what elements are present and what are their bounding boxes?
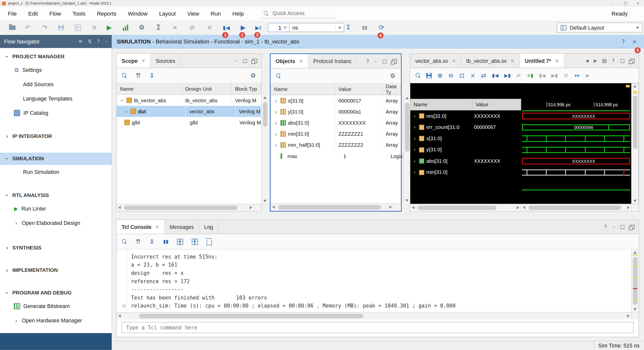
float-panel-icon[interactable] [630, 59, 634, 63]
minimize-panel-icon[interactable]: – [374, 59, 377, 64]
search-icon[interactable] [276, 73, 281, 78]
search-icon[interactable] [122, 239, 127, 244]
chevron-right-icon[interactable]: › [412, 170, 417, 175]
more-tools-icon[interactable]: » [585, 72, 589, 78]
scope-vertical-scrollbar[interactable] [261, 95, 269, 204]
report-sigma-icon[interactable]: Σ [153, 22, 164, 33]
chevron-right-icon[interactable]: › [5, 133, 10, 139]
close-icon[interactable]: × [452, 58, 456, 63]
go-to-time-icon[interactable]: ⇄ [481, 72, 486, 78]
help-icon[interactable]: ? [604, 224, 607, 229]
sidebar-item-add-sources[interactable]: Add Sources [0, 77, 112, 91]
tab-protocol-instances[interactable]: Protocol Instanc [308, 54, 357, 68]
clear-console-icon[interactable] [207, 239, 212, 245]
close-icon[interactable]: × [632, 39, 637, 44]
clear-field-icon[interactable]: ⊗ [284, 25, 287, 29]
section-project-manager[interactable]: › PROJECT MANAGER [0, 51, 112, 63]
tab-scroll-right-icon[interactable]: ▶ [594, 59, 597, 63]
run-flow-icon[interactable]: ▶ [104, 22, 114, 33]
add-marker-icon[interactable]: +▮ [526, 73, 533, 78]
window-maximize-button[interactable]: □ [619, 2, 632, 5]
sim-step-icon[interactable]: ↧ [343, 22, 353, 33]
help-icon[interactable]: ? [622, 39, 625, 44]
copy-output-icon[interactable] [177, 238, 183, 244]
sim-time-input[interactable] [270, 24, 282, 31]
previous-transition-icon[interactable]: ▮◀ [492, 73, 499, 78]
report-icon[interactable] [192, 238, 198, 244]
tab-untitled-7[interactable]: Untitled 7* × [520, 54, 564, 68]
sidebar-item-run-simulation[interactable]: Run Simulation [0, 165, 112, 179]
section-simulation[interactable]: › SIMULATION [0, 153, 112, 165]
chevron-right-icon[interactable]: › [412, 136, 417, 141]
section-ip-integrator[interactable]: › IP INTEGRATOR [0, 130, 112, 142]
copy-icon[interactable] [72, 22, 83, 33]
chevron-right-icon[interactable]: › [274, 109, 278, 115]
expand-tree-icon[interactable]: ⇅ [88, 39, 92, 44]
collapse-all-icon[interactable]: ⇈ [136, 238, 141, 244]
close-icon[interactable]: × [299, 59, 303, 64]
menu-reports[interactable]: Reports [91, 11, 122, 17]
sidebar-item-ip-catalog[interactable]: IP Catalog [0, 106, 112, 120]
chevron-right-icon[interactable]: › [274, 142, 278, 148]
time-unit-select[interactable]: ns ▾ [289, 23, 344, 32]
chevron-right-icon[interactable]: › [412, 147, 417, 153]
undo-icon[interactable]: ↶ [23, 22, 33, 33]
sim-relaunch-icon[interactable]: ⟳ [376, 22, 387, 33]
pause-output-icon[interactable]: ▮▮ [163, 239, 169, 244]
close-icon[interactable]: × [555, 58, 559, 63]
sim-run-all-icon[interactable]: ▶ [238, 22, 248, 33]
next-transition-icon[interactable]: ▶▮ [504, 73, 511, 78]
collapse-all-icon[interactable]: ⇈ [136, 72, 141, 78]
section-program-and-debug[interactable]: › PROGRAM AND DEBUG [0, 287, 112, 299]
close-icon[interactable]: × [155, 224, 159, 229]
chevron-down-icon[interactable]: › [4, 157, 10, 161]
search-icon[interactable] [122, 73, 127, 78]
object-row-max[interactable]: max 1 Logic [271, 151, 403, 162]
sidebar-item-language-templates[interactable]: Language Templates [0, 91, 112, 106]
chevron-right-icon[interactable]: › [274, 131, 278, 137]
window-minimize-button[interactable]: – [607, 2, 619, 5]
window-close-button[interactable]: × [632, 2, 644, 5]
tab-scope[interactable]: Scope × [117, 54, 151, 68]
tab-list-icon[interactable]: ▤ [602, 58, 607, 63]
float-panel-icon[interactable] [392, 59, 397, 63]
scope-horizontal-scrollbar[interactable] [117, 204, 254, 211]
wave-hscrollbar[interactable] [521, 204, 631, 211]
wave-row-y[interactable]: ›y[31:0] [410, 144, 521, 156]
tcl-command-input-row[interactable] [122, 322, 634, 333]
tab-log[interactable]: Log [199, 220, 218, 234]
waveform-canvas[interactable]: 514,996 ps 514,998 ps XXXXXXXX 00000066 [521, 83, 631, 204]
console-horizontal-scrollbar[interactable] [117, 312, 631, 319]
settings-gear-icon[interactable]: ⚙ [136, 22, 147, 33]
redo-icon[interactable]: ↷ [39, 22, 50, 33]
console-vertical-scrollbar[interactable] [631, 249, 638, 312]
maximize-panel-icon[interactable]: □ [243, 58, 247, 63]
objects-vertical-scrollbar[interactable] [403, 95, 411, 204]
chevron-right-icon[interactable]: › [412, 159, 417, 164]
save-icon[interactable] [55, 22, 66, 33]
float-panel-icon[interactable] [630, 225, 634, 229]
settings-gear-icon[interactable]: ⚙ [390, 73, 395, 79]
scope-row-glbl[interactable]: glbl glbl Verilog M [117, 117, 261, 128]
menu-run[interactable]: Run [205, 11, 227, 17]
collapse-tree-icon[interactable]: ≡ [78, 39, 82, 44]
zoom-out-icon[interactable]: ⊖ [448, 72, 454, 78]
scope-row-tb-vector-abs[interactable]: › tb_vector_abs tb_vector_abs Verilog M [117, 95, 261, 106]
tab-messages[interactable]: Messages [165, 220, 199, 234]
object-row-x[interactable]: › x[31:0] 00000017 Array [271, 95, 403, 106]
wave-row-res[interactable]: ›res[31:0] XXXXXXXX [410, 110, 521, 122]
delete-icon[interactable]: × [89, 22, 100, 33]
maximize-panel-icon[interactable]: □ [620, 224, 625, 229]
wave-row-err-count[interactable]: ›err_count[31:0 00000067 [410, 122, 521, 133]
close-icon[interactable]: × [141, 58, 145, 63]
wave-row-x[interactable]: ›x[31:0] [410, 133, 521, 144]
sim-run-for-icon[interactable]: ▶t [253, 22, 264, 33]
expand-all-icon[interactable]: ⇕ [149, 72, 155, 78]
menu-help[interactable]: Help [227, 11, 250, 17]
chevron-right-icon[interactable]: › [5, 267, 10, 273]
section-implementation[interactable]: › IMPLEMENTATION [0, 264, 112, 276]
wave-vertical-scrollbar[interactable] [631, 83, 638, 204]
section-synthesis[interactable]: › SYNTHESIS [0, 242, 112, 254]
scope-row-dut[interactable]: › dut vector_abs Verilog M [117, 106, 261, 117]
tab-sources[interactable]: Sources [151, 54, 181, 68]
